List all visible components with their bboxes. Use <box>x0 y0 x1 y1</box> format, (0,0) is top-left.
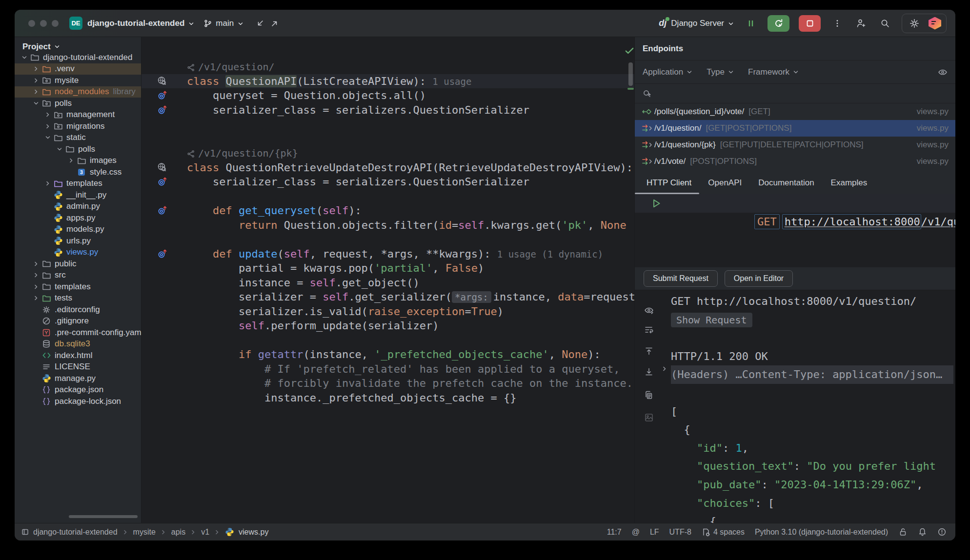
tree-item-manage-py[interactable]: manage.py <box>15 373 141 384</box>
submit-request-button[interactable]: Submit Request <box>644 270 718 287</box>
tree-item-urls-py[interactable]: urls.py <box>15 235 141 247</box>
tree-item--init-py[interactable]: __init__.py <box>15 189 141 201</box>
code-line[interactable]: class QuestionAPI(ListCreateAPIView): 1 … <box>141 74 634 89</box>
tree-item-templates[interactable]: templates <box>15 178 141 190</box>
line-separator-widget[interactable]: LF <box>650 528 659 537</box>
code-line[interactable] <box>141 189 634 204</box>
at-icon[interactable]: @ <box>632 528 640 537</box>
tree-item-tests[interactable]: tests <box>15 293 141 304</box>
maximize-window-icon[interactable] <box>52 20 59 27</box>
override-gutter-icon[interactable] <box>157 248 168 260</box>
endpoints-search[interactable] <box>635 84 955 103</box>
breadcrumb-item[interactable]: v1 <box>201 528 209 537</box>
update-project-icon[interactable] <box>253 16 267 31</box>
breadcrumb-item[interactable]: views.py <box>239 528 268 537</box>
code-line[interactable] <box>141 232 634 247</box>
endpoint-gutter-icon[interactable] <box>157 76 168 87</box>
override-gutter-icon[interactable] <box>157 90 168 101</box>
tab-examples[interactable]: Examples <box>831 178 868 188</box>
code-line[interactable]: queryset = Question.objects.all() <box>141 88 634 103</box>
override-gutter-icon[interactable] <box>157 205 168 216</box>
project-panel-header[interactable]: Project <box>22 42 61 52</box>
filter-framework[interactable]: Framework <box>748 67 799 77</box>
code-line[interactable]: /v1/question/ <box>141 60 634 74</box>
http-host[interactable]: http://localhost:8000 <box>782 214 921 229</box>
tab-openapi[interactable]: OpenAPI <box>708 178 742 188</box>
more-actions-icon[interactable] <box>830 16 845 31</box>
endpoint-gutter-icon[interactable] <box>157 162 168 173</box>
pause-icon[interactable] <box>744 16 758 31</box>
tree-item-polls[interactable]: polls <box>15 98 141 109</box>
code-line[interactable]: def update(self, request, *args, **kwarg… <box>141 247 634 261</box>
visibility-eye-icon[interactable] <box>938 67 948 77</box>
http-client-pane[interactable]: ### GEThttp://localhost:8000/v1/question… <box>635 194 955 267</box>
code-line[interactable]: serializer = self.get_serializer(*args:i… <box>141 290 634 304</box>
tree-item-db-sqlite3[interactable]: db.sqlite3 <box>15 339 141 350</box>
http-path[interactable]: /v1/question/ <box>921 216 955 228</box>
settings-gear-icon[interactable] <box>907 16 922 31</box>
minimize-window-icon[interactable] <box>40 20 47 27</box>
code-editor[interactable]: /v1/question/class QuestionAPI(ListCreat… <box>141 37 634 523</box>
filter-application[interactable]: Application <box>643 67 693 77</box>
tree-item-src[interactable]: src <box>15 270 141 281</box>
code-line[interactable] <box>141 333 634 348</box>
breadcrumb-item[interactable]: apis <box>171 528 185 537</box>
endpoint-row[interactable]: /polls/{question_id}/vote/[GET]views.py <box>635 103 955 120</box>
run-configuration-widget[interactable]: dj Django Server <box>659 18 734 28</box>
endpoint-row[interactable]: /v1/question/{pk}[GET|PUT|DELETE|PATCH|O… <box>635 137 955 153</box>
code-line[interactable]: # forcibly invalidate the prefetch cache… <box>141 376 634 391</box>
code-line[interactable]: /v1/question/{pk} <box>141 146 634 160</box>
editor-scrollbar[interactable] <box>628 62 633 86</box>
tab-documentation[interactable]: Documentation <box>758 178 814 188</box>
vcs-branch-widget[interactable]: main <box>203 19 244 28</box>
code-line[interactable]: serializer_class = serializers.QuestionS… <box>141 103 634 118</box>
endpoint-row[interactable]: /v1/question/[GET|POST|OPTIONS]views.py <box>635 120 955 137</box>
code-line[interactable]: serializer_class = serializers.QuestionS… <box>141 175 634 189</box>
breadcrumb-item[interactable]: django-tutorial-extended <box>33 528 118 537</box>
ide-errors-icon[interactable] <box>937 527 947 537</box>
tree-item--pre-commit-config-yaml[interactable]: .pre-commit-config.yaml <box>15 327 141 339</box>
code-line[interactable] <box>141 132 634 146</box>
tree-item-polls[interactable]: polls <box>15 143 141 155</box>
code-line[interactable]: instance._prefetched_objects_cache = {} <box>141 391 634 405</box>
code-line[interactable]: serializer.is_valid(raise_exception=True… <box>141 304 634 319</box>
open-in-editor-button[interactable]: Open in Editor <box>725 270 793 287</box>
tree-item-static[interactable]: static <box>15 132 141 144</box>
tree-item-admin-py[interactable]: admin.py <box>15 201 141 213</box>
breadcrumb-item[interactable]: mysite <box>133 528 156 537</box>
override-gutter-icon[interactable] <box>157 176 168 187</box>
endpoint-row[interactable]: /v1/vote/[POST|OPTIONS]views.py <box>635 153 955 170</box>
lock-open-icon[interactable] <box>898 527 908 537</box>
project-widget[interactable]: django-tutorial-extended <box>87 19 195 28</box>
code-line[interactable]: self.perform_update(serializer) <box>141 319 634 333</box>
code-line[interactable]: return Question.objects.filter(id=self.k… <box>141 218 634 233</box>
interpreter-widget[interactable]: Python 3.10 (django-tutorial-extended) <box>755 528 888 537</box>
search-everywhere-icon[interactable] <box>878 16 892 31</box>
tree-item-migrations[interactable]: migrations <box>15 120 141 132</box>
tree-item-package-json[interactable]: package.json <box>15 384 141 396</box>
tree-horizontal-scrollbar[interactable] <box>69 515 138 518</box>
code-line[interactable]: class QuestionRetrieveUpdateDestroyAPI(R… <box>141 160 634 175</box>
tree-item-license[interactable]: LICENSE <box>15 361 141 373</box>
code-line[interactable] <box>141 117 634 132</box>
caret-position-widget[interactable]: 11:7 <box>607 528 622 537</box>
tree-item-public[interactable]: public <box>15 258 141 270</box>
tree-item-apps-py[interactable]: apps.py <box>15 212 141 224</box>
ai-assistant-icon[interactable] <box>929 17 941 30</box>
code-line[interactable]: def get_queryset(self): <box>141 203 634 218</box>
code-line[interactable]: partial = kwargs.pop('partial', False) <box>141 261 634 276</box>
tree-item-mysite[interactable]: mysite <box>15 75 141 86</box>
tree-item-models-py[interactable]: models.py <box>15 224 141 236</box>
tree-item-templates[interactable]: templates <box>15 281 141 293</box>
tree-item-index-html[interactable]: index.html <box>15 350 141 361</box>
tree-item-node-modules[interactable]: node_moduleslibrary <box>15 86 141 98</box>
tree-item-style-css[interactable]: 3style.css <box>15 166 141 178</box>
inspections-ok-icon[interactable] <box>624 45 634 56</box>
http-request-line[interactable]: GEThttp://localhost:8000/v1/question/ <box>635 194 955 213</box>
stop-button[interactable] <box>799 15 821 32</box>
window-controls[interactable] <box>28 20 59 27</box>
tree-item--editorconfig[interactable]: .editorconfig <box>15 304 141 316</box>
fold-chevron-icon[interactable] <box>661 365 668 372</box>
run-request-icon[interactable] <box>651 198 662 209</box>
tab-http-client[interactable]: HTTP Client <box>647 178 691 188</box>
